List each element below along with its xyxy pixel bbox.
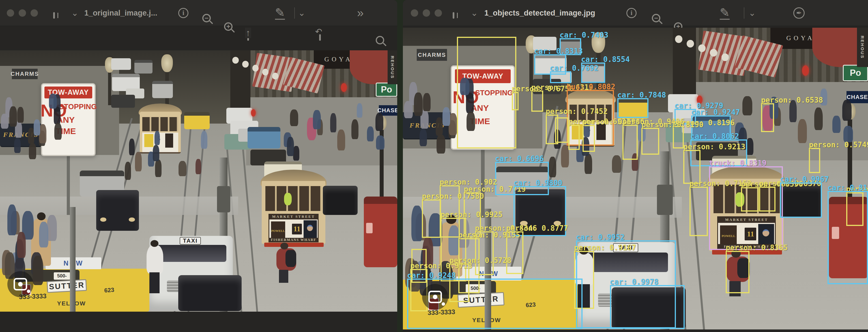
pedestrian-figure [330,113,336,132]
pedestrian-figure [17,232,26,258]
visual-lookup-button[interactable] [422,284,448,310]
scene-minivan-taxi-plate: TAXI [180,237,201,245]
sidebar-icon[interactable] [453,12,454,19]
pedestrian-figure [375,113,383,131]
camera-focus-icon [13,278,27,291]
search-icon[interactable] [376,36,384,44]
detection-label: person: 0.8190 [641,121,703,129]
detection-label: car: 0.9952 [576,233,625,241]
markup-pencil-icon[interactable]: ✎ [275,6,285,20]
toolbar-detected: ⌄ 1_objects_detected_image.jpg i − + ✎ ⌄… [403,0,868,26]
scene-woman-white-legs [149,272,160,293]
scene-minivan-windshield [156,245,226,262]
detection-label: person: 0.9925 [440,210,502,219]
pedestrian-figure [54,123,62,140]
toolbar-separator [294,7,295,19]
zoom-in-icon[interactable]: + [224,22,232,31]
window-detected-image: ⌄ 1_objects_detected_image.jpg i − + ✎ ⌄… [403,0,868,332]
street-scene: CHARMSGOYARDFRANCISTOW-AWAYNOSTOPPINGANY… [0,50,397,312]
detection-label: person: 0.7580 [422,192,484,200]
scene-red-suv-taillight [366,223,372,233]
info-icon[interactable]: i [626,8,637,18]
scene-lantern-1 [232,57,239,64]
pedestrian-figure [155,160,161,177]
pedestrian-figure [313,110,320,129]
detection-label: car: 0.6696 [495,155,544,163]
chevron-down-icon[interactable]: ⌄ [71,10,79,16]
scene-cablecar2-sign-bottom: FISHERMANS WHARF [269,238,318,243]
scene-cablecar2-vest-passenger [284,193,292,205]
rotate-icon[interactable] [319,34,321,41]
scene-sutter-sign: SUTTER [47,279,87,293]
detection-box-person [457,37,516,148]
detection-label: person: 0.9155 [458,231,520,239]
minimize-window-button[interactable] [19,9,26,17]
scene-black-jetta [178,275,241,311]
desktop: { "windows": { "left": { "title": "1_ori… [0,0,868,332]
detection-label: car: 0.7848 [617,91,666,99]
pedestrian-figure [357,103,363,118]
markup-pencil-icon[interactable]: ✎ [720,6,730,20]
scene-cablecar2-open [266,186,322,211]
scene-tow-sign-pole [67,152,70,215]
visual-lookup-button[interactable] [7,271,33,297]
scene-cablecar1-poster-dark [165,133,173,147]
info-icon[interactable]: i [178,8,188,18]
detection-box-person: person: 0.9213 [683,150,701,184]
pedestrian-figure [49,94,57,109]
pedestrian-figure [17,107,24,123]
sidebar-icon[interactable] [53,12,55,19]
detection-label: person: 0.5749 [809,140,868,149]
zoom-window-button[interactable] [31,9,38,17]
scene-taxi-623: 623 [101,286,117,295]
detection-box-person: person: 0.7580 [422,199,441,238]
zoom-out-icon[interactable]: − [652,14,660,22]
pedestrian-figure [47,215,57,241]
detection-box-person: person: 0.8556 [741,187,758,211]
pedestrian-figure [154,131,160,145]
toolbar-separator [744,7,744,19]
scene-black-sedan [323,186,357,215]
markup-chevron-icon[interactable]: ⌄ [298,10,305,16]
share-icon[interactable] [247,34,249,41]
chevron-down-icon[interactable]: ⌄ [471,10,478,16]
detection-box-person: person: 0.8365 [726,251,749,293]
detection-label: car: 0.9967 [780,175,829,184]
zoom-out-icon[interactable]: − [202,14,211,22]
detections-overlay: car: 0.7403car: 0.8313car: 0.8554car: 0.… [403,28,868,329]
pedestrian-figure [54,107,61,124]
more-toolbar-items-icon[interactable]: » [357,6,364,20]
detection-label: car: 0.8554 [581,55,630,64]
pedestrian-figure [129,139,135,155]
detection-box-car: car: 0.9978 [610,285,685,329]
scene-taxi-top [184,112,210,129]
pedestrian-figure [337,130,345,151]
detection-label: car: 0.8313 [534,47,583,56]
scene-lantern-5 [272,73,278,79]
zoom-window-button[interactable] [435,9,442,17]
scene-traffic-light-red-1 [251,109,256,117]
pedestrian-figure [135,152,142,171]
close-window-button[interactable] [7,9,14,17]
pedestrian-figure [1,114,8,129]
detection-box-person: person: 0.8196 [673,126,684,148]
annotate-pen-icon[interactable]: ✒ [793,7,805,19]
markup-chevron-icon[interactable]: ⌄ [749,10,756,16]
detection-box-car: car: 0.814 [828,191,868,284]
close-window-button[interactable] [411,9,418,17]
pedestrian-figure [33,256,43,285]
detection-label: car: 0.8062 [690,132,739,140]
detection-box-person: person: 0.8190 [641,128,659,155]
pedestrian-figure [367,126,374,141]
pedestrian-figure [153,145,159,161]
scene-tan-coat-head [37,212,46,220]
scene-woman-white-head [151,240,158,247]
window-title: 1_original_image.j... [84,8,157,17]
scene-cablecar2-bumper [264,243,324,247]
pedestrian-figure [201,131,207,149]
scene-dark-car-top [111,95,135,108]
minimize-window-button[interactable] [423,9,430,17]
pedestrian-figure [351,119,359,139]
photo-original: CHARMSGOYARDFRANCISTOW-AWAYNOSTOPPINGANY… [0,50,397,312]
detection-label: car: 0.7403 [560,31,608,39]
